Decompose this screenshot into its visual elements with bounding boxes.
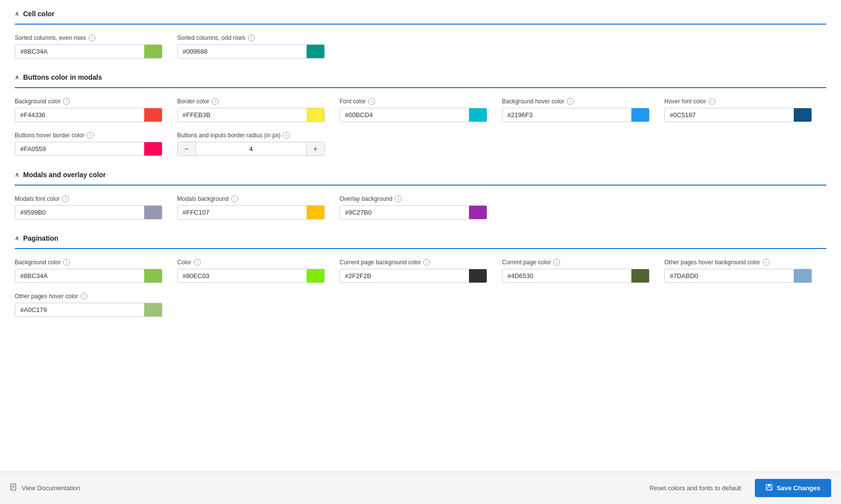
label-text-sorted-even: Sorted columns, even rows [15, 34, 86, 41]
field-sorted-even: Sorted columns, even rowsi [15, 34, 162, 59]
color-swatch-font-color[interactable] [469, 108, 487, 122]
field-pag-color: Colori [177, 259, 325, 283]
color-text-input-pag-current-color[interactable] [502, 269, 631, 283]
color-text-input-pag-hover-color[interactable] [15, 303, 144, 316]
color-row-hover-border-color [15, 142, 162, 156]
field-pag-bg: Background colori [15, 259, 162, 283]
chevron-up-icon[interactable]: ∧ [15, 171, 19, 178]
color-swatch-modals-bg[interactable] [307, 206, 324, 219]
section-header-modals-overlay: ∧Modals and overlay color [15, 171, 826, 179]
info-icon[interactable]: i [87, 132, 93, 139]
color-swatch-sorted-odd[interactable] [307, 45, 324, 58]
color-swatch-overlay-bg[interactable] [469, 206, 487, 219]
color-text-input-border-color[interactable] [178, 108, 307, 122]
chevron-up-icon[interactable]: ∧ [15, 10, 19, 17]
reset-button[interactable]: Reset colors and fonts to default [644, 480, 747, 496]
label-text-overlay-bg: Overlay background [340, 195, 392, 202]
info-icon[interactable]: i [62, 195, 69, 202]
view-docs-label: View Documentation [22, 484, 80, 492]
color-swatch-pag-hover-bg[interactable] [794, 269, 811, 283]
color-row-pag-current-color [502, 269, 650, 283]
info-icon[interactable]: i [81, 293, 88, 300]
info-icon[interactable]: i [423, 259, 430, 266]
color-swatch-hover-border-color[interactable] [144, 142, 162, 156]
info-icon[interactable]: i [567, 98, 574, 105]
chevron-up-icon[interactable]: ∧ [15, 235, 19, 242]
color-text-input-pag-bg[interactable] [15, 269, 144, 283]
color-swatch-pag-hover-color[interactable] [144, 303, 162, 316]
save-button[interactable]: Save Changes [755, 479, 831, 497]
label-text-hover-border-color: Buttons hover border color [15, 132, 84, 139]
color-text-input-hover-font-color[interactable] [665, 108, 794, 122]
section-pagination: ∧PaginationBackground coloriColoriCurren… [15, 234, 826, 317]
section-header-pagination: ∧Pagination [15, 234, 826, 242]
color-swatch-hover-font-color[interactable] [794, 108, 811, 122]
color-text-input-font-color[interactable] [340, 108, 469, 122]
label-font-color: Font colori [340, 98, 487, 105]
info-icon[interactable]: i [395, 195, 402, 202]
info-icon[interactable]: i [89, 34, 95, 41]
color-text-input-bg-hover-color[interactable] [502, 108, 631, 122]
info-icon[interactable]: i [763, 259, 770, 266]
label-text-pag-current-bg: Current page background color [340, 259, 421, 266]
chevron-up-icon[interactable]: ∧ [15, 74, 19, 81]
info-icon[interactable]: i [63, 259, 70, 266]
info-icon[interactable]: i [231, 195, 238, 202]
label-text-pag-current-color: Current page color [502, 259, 551, 266]
label-modals-bg: Modals backgroundi [177, 195, 325, 202]
label-text-bg-hover-color: Background hover color [502, 98, 564, 105]
stepper-value-input[interactable] [195, 142, 307, 156]
info-icon[interactable]: i [63, 98, 70, 105]
label-pag-color: Colori [177, 259, 325, 266]
color-text-input-pag-current-bg[interactable] [340, 269, 469, 283]
section-divider [15, 185, 826, 186]
color-swatch-pag-color[interactable] [307, 269, 324, 283]
color-text-input-pag-color[interactable] [178, 269, 307, 283]
section-divider [15, 248, 826, 249]
section-header-buttons-modal-color: ∧Buttons color in modals [15, 73, 826, 81]
color-row-modals-font [15, 205, 162, 220]
info-icon[interactable]: i [709, 98, 716, 105]
color-text-input-modals-bg[interactable] [178, 206, 307, 219]
info-icon[interactable]: i [553, 259, 560, 266]
stepper-minus-button[interactable]: − [178, 142, 195, 156]
stepper-border-radius: −+ [177, 142, 325, 156]
color-text-input-sorted-odd[interactable] [178, 45, 307, 58]
color-text-input-hover-border-color[interactable] [15, 142, 144, 156]
field-overlay-bg: Overlay backgroundi [340, 195, 487, 220]
svg-rect-6 [767, 487, 771, 490]
color-text-input-bg-color[interactable] [15, 108, 144, 122]
color-text-input-sorted-even[interactable] [15, 45, 144, 58]
label-pag-current-color: Current page colori [502, 259, 650, 266]
label-text-border-radius: Buttons and inputs border radius (in px) [177, 132, 280, 139]
color-swatch-bg-hover-color[interactable] [631, 108, 649, 122]
fields-grid-cell-color: Sorted columns, even rowsiSorted columns… [15, 34, 826, 59]
info-icon[interactable]: i [248, 34, 255, 41]
field-border-color: Border colori [177, 98, 325, 122]
info-icon[interactable]: i [194, 259, 201, 266]
color-row-bg-hover-color [502, 108, 650, 122]
label-hover-font-color: Hover font colori [664, 98, 812, 105]
save-icon [766, 484, 773, 492]
stepper-plus-button[interactable]: + [307, 142, 324, 156]
label-text-pag-bg: Background color [15, 259, 61, 266]
color-swatch-sorted-even[interactable] [144, 45, 162, 58]
color-swatch-bg-color[interactable] [144, 108, 162, 122]
info-icon[interactable]: i [283, 132, 290, 139]
color-text-input-modals-font[interactable] [15, 206, 144, 219]
color-text-input-overlay-bg[interactable] [340, 206, 469, 219]
label-text-pag-hover-color: Other pages hover color [15, 293, 78, 300]
info-icon[interactable]: i [368, 98, 375, 105]
info-icon[interactable]: i [212, 98, 218, 105]
color-text-input-pag-hover-bg[interactable] [665, 269, 794, 283]
color-swatch-pag-current-bg[interactable] [469, 269, 487, 283]
color-swatch-pag-current-color[interactable] [631, 269, 649, 283]
field-pag-hover-bg: Other pages hover background colori [664, 259, 812, 283]
color-swatch-pag-bg[interactable] [144, 269, 162, 283]
color-swatch-border-color[interactable] [307, 108, 324, 122]
section-header-cell-color: ∧Cell color [15, 10, 826, 18]
color-swatch-modals-font[interactable] [144, 206, 162, 219]
view-docs-link[interactable]: View Documentation [10, 483, 80, 493]
section-buttons-modal-color: ∧Buttons color in modalsBackground color… [15, 73, 826, 156]
label-pag-hover-bg: Other pages hover background colori [664, 259, 812, 266]
